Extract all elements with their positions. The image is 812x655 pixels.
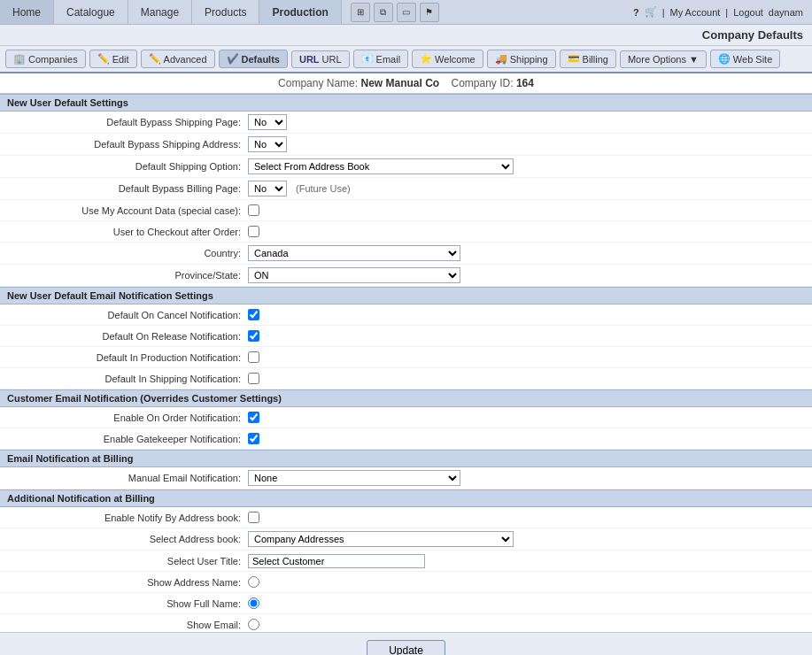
row-province-state: Province/State: ON [0,265,812,287]
row-in-production-notification: Default In Production Notification: [0,347,812,368]
row-show-email: Show Email: [0,614,812,632]
monitor-icon[interactable]: ▭ [397,3,416,22]
top-navigation: Home Catalogue Manage Products Productio… [0,0,812,25]
row-default-shipping-option: Default Shipping Option: Select From Add… [0,156,812,178]
website-icon: 🌐 [718,53,731,65]
section-new-user-defaults: New User Default Settings [0,94,812,112]
default-shipping-option-select[interactable]: Select From Address Book [248,158,514,174]
advanced-icon: ✏️ [149,53,161,65]
bypass-billing-page-select[interactable]: NoYes [248,181,287,196]
main-content: New User Default Settings Default Bypass… [0,94,812,632]
tab-more-options[interactable]: More Options ▼ [620,50,707,68]
manual-email-notification-select[interactable]: None [248,470,460,486]
enable-notify-address-book-checkbox[interactable] [248,512,259,523]
row-on-cancel-notification: Default On Cancel Notification: [0,304,812,326]
nav-item-manage[interactable]: Manage [128,0,192,24]
show-email-radio[interactable] [248,619,259,630]
section-additional-notification: Additional Notification at Billing [0,489,812,507]
footer: Update [0,632,812,655]
more-options-chevron: ▼ [689,54,699,65]
grid-icon[interactable]: ⊞ [351,3,370,22]
defaults-icon: ✔️ [227,53,239,65]
welcome-icon: ⭐ [420,53,432,65]
row-bypass-shipping-page: Default Bypass Shipping Page: NoYes [0,112,812,134]
my-account-link[interactable]: My Account [669,7,720,18]
row-select-user-title: Select User Title: [0,551,812,572]
email-icon: 📧 [361,53,374,65]
row-select-address-book: Select Address book: Company Addresses [0,528,812,551]
on-release-notification-checkbox[interactable] [248,330,259,342]
company-id-value: 164 [516,77,534,89]
tab-billing[interactable]: 💳 Billing [560,50,616,68]
show-full-name-radio[interactable] [248,597,259,609]
in-production-notification-checkbox[interactable] [248,351,259,363]
row-manual-email-notification: Manual Email Notification: None [0,467,812,489]
row-enable-notify-address-book: Enable Notify By Address book: [0,507,812,528]
nav-item-home[interactable]: Home [0,0,54,24]
separator: | [662,7,665,18]
company-info: Company Name: New Manual Co Company ID: … [0,73,812,94]
row-show-full-name: Show Full Name: [0,593,812,614]
row-bypass-billing-page: Default Bypass Billing Page: NoYes (Futu… [0,178,812,200]
company-name-label: Company Name: [278,77,358,89]
section-customer-email: Customer Email Notification (Overrides C… [0,389,812,407]
gatekeeper-notification-checkbox[interactable] [248,433,259,444]
edit-icon: ✏️ [97,53,110,65]
copy-icon[interactable]: ⧉ [374,3,393,22]
row-show-address-name: Show Address Name: [0,572,812,593]
row-gatekeeper-notification: Enable Gatekeeper Notification: [0,428,812,450]
future-use-label: (Future Use) [296,183,351,194]
select-user-title-input[interactable] [248,554,425,568]
separator2: | [725,7,728,18]
page-title: Company Defaults [702,28,803,42]
tab-companies[interactable]: 🏢 Companies [5,50,86,68]
use-my-account-data-checkbox[interactable] [248,204,259,216]
company-name-value: New Manual Co [360,77,439,89]
on-order-notification-checkbox[interactable] [248,412,259,423]
companies-icon: 🏢 [13,53,26,65]
tab-email[interactable]: 📧 Email [353,50,409,68]
tab-defaults[interactable]: ✔️ Defaults [219,50,288,68]
in-shipping-notification-checkbox[interactable] [248,373,259,384]
bypass-shipping-address-select[interactable]: NoYes [248,136,287,152]
row-on-order-notification: Enable On Order Notification: [0,407,812,428]
nav-item-catalogue[interactable]: Catalogue [54,0,128,24]
tab-welcome[interactable]: ⭐ Welcome [412,50,483,68]
select-address-book-dropdown[interactable]: Company Addresses [248,531,514,547]
username-display: daynam [769,7,803,18]
section-billing-email: Email Notification at Billing [0,450,812,467]
province-state-select[interactable]: ON [248,267,460,283]
row-user-to-checkout: User to Checkout after Order: [0,221,812,243]
row-on-release-notification: Default On Release Notification: [0,326,812,347]
flag-icon[interactable]: ⚑ [420,3,439,22]
nav-item-production[interactable]: Production [259,0,341,24]
nav-item-products[interactable]: Products [192,0,259,24]
tab-website[interactable]: 🌐 Web Site [710,50,780,68]
tab-shipping[interactable]: 🚚 Shipping [487,50,556,68]
title-bar: Company Defaults [0,25,812,46]
logout-link[interactable]: Logout [733,7,763,18]
billing-icon: 💳 [568,53,580,65]
user-to-checkout-checkbox[interactable] [248,226,259,237]
tab-edit[interactable]: ✏️ Edit [89,50,137,68]
shipping-icon: 🚚 [495,53,507,65]
row-in-shipping-notification: Default In Shipping Notification: [0,368,812,389]
row-country: Country: Canada [0,243,812,265]
tab-advanced[interactable]: ✏️ Advanced [141,50,215,68]
bypass-shipping-page-select[interactable]: NoYes [248,114,287,130]
tab-url[interactable]: URL URL [291,50,350,68]
cart-icon[interactable]: 🛒 [645,6,657,18]
secondary-navigation: 🏢 Companies ✏️ Edit ✏️ Advanced ✔️ Defau… [0,46,812,73]
on-cancel-notification-checkbox[interactable] [248,309,259,320]
update-button[interactable]: Update [367,640,445,655]
section-email-notifications: New User Default Email Notification Sett… [0,287,812,304]
company-id-label: Company ID: [452,77,514,89]
help-icon[interactable]: ? [633,7,639,18]
row-bypass-shipping-address: Default Bypass Shipping Address: NoYes [0,134,812,156]
show-address-name-radio[interactable] [248,576,259,588]
row-use-my-account-data: Use My Account Data (special case): [0,200,812,221]
country-select[interactable]: Canada [248,245,460,261]
url-label: URL [299,54,320,65]
